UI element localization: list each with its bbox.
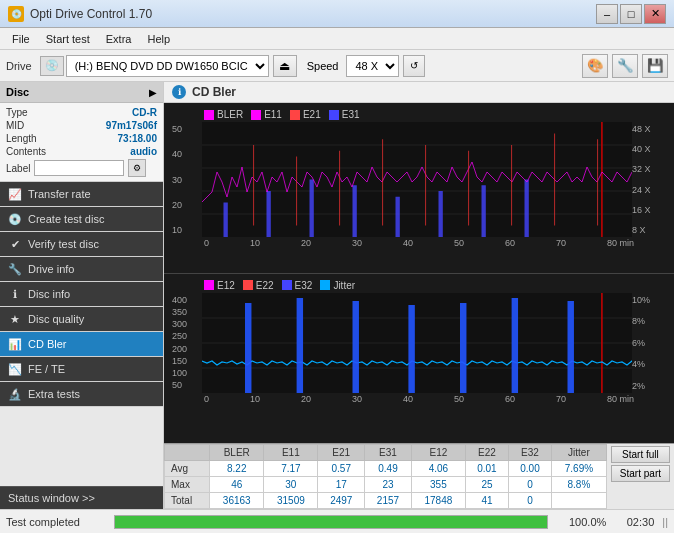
status-text: Test completed [6, 516, 106, 528]
bx-60: 60 [505, 394, 515, 404]
legend-e11-color [251, 110, 261, 120]
settings-button[interactable]: 🎨 [582, 54, 608, 78]
total-bler: 36163 [210, 493, 264, 509]
disc-info-icon: ℹ [8, 287, 22, 301]
sidebar-item-drive-info[interactable]: 🔧 Drive info [0, 257, 163, 282]
max-e22: 25 [465, 477, 508, 493]
sidebar-item-disc-info[interactable]: ℹ Disc info [0, 282, 163, 307]
drive-select[interactable]: (H:) BENQ DVD DD DW1650 BCIC [66, 55, 269, 77]
sidebar-item-create-test-disc[interactable]: 💿 Create test disc [0, 207, 163, 232]
sidebar-item-cd-bler[interactable]: 📊 CD Bler [0, 332, 163, 357]
nav-label-disc-info: Disc info [28, 288, 70, 300]
y-label-30: 30 [172, 175, 202, 185]
x-0: 0 [204, 238, 209, 248]
stats-container: BLER E11 E21 E31 E12 E22 E32 Jitter Avg [164, 444, 674, 509]
legend-bler-label: BLER [217, 109, 243, 120]
label-settings-button[interactable]: ⚙ [128, 159, 146, 177]
menu-extra[interactable]: Extra [98, 31, 140, 47]
svg-rect-29 [297, 298, 303, 393]
bx-80-min: 80 min [607, 394, 634, 404]
total-e32: 0 [508, 493, 551, 509]
col-header-empty [165, 445, 210, 461]
stats-row-avg: Avg 8.22 7.17 0.57 0.49 4.06 0.01 0.00 7… [165, 461, 607, 477]
nav-label-cd-bler: CD Bler [28, 338, 67, 350]
y-right-32x: 32 X [632, 164, 666, 174]
legend-e21: E21 [290, 109, 321, 120]
menu-file[interactable]: File [4, 31, 38, 47]
label-input[interactable] [34, 160, 124, 176]
label-label: Label [6, 163, 30, 174]
verify-test-disc-icon: ✔ [8, 237, 22, 251]
total-e21: 2497 [318, 493, 365, 509]
contents-label: Contents [6, 146, 46, 157]
save-button[interactable]: 💾 [642, 54, 668, 78]
nav-label-drive-info: Drive info [28, 263, 74, 275]
close-button[interactable]: ✕ [644, 4, 666, 24]
speed-label: Speed [307, 60, 339, 72]
status-time: 02:30 [614, 516, 654, 528]
maximize-button[interactable]: □ [620, 4, 642, 24]
y-b-right-10: 10% [632, 295, 666, 305]
info-button[interactable]: 🔧 [612, 54, 638, 78]
chart-title: CD Bler [192, 85, 236, 99]
legend-e22-label: E22 [256, 280, 274, 291]
progress-bar [114, 515, 548, 529]
top-chart-container: BLER E11 E21 E31 5 [164, 103, 674, 273]
y-b-50: 50 [172, 380, 202, 390]
nav-label-disc-quality: Disc quality [28, 313, 84, 325]
y-b-250: 250 [172, 331, 202, 341]
sidebar-item-disc-quality[interactable]: ★ Disc quality [0, 307, 163, 332]
start-part-button[interactable]: Start part [611, 465, 670, 482]
contents-value: audio [130, 146, 157, 157]
y-label-20: 20 [172, 200, 202, 210]
y-right-48x: 48 X [632, 124, 666, 134]
mid-value: 97m17s06f [106, 120, 157, 131]
avg-e11: 7.17 [264, 461, 318, 477]
y-b-right-4: 4% [632, 359, 666, 369]
progress-bar-fill [115, 516, 547, 528]
sidebar-item-fe-te[interactable]: 📉 FE / TE [0, 357, 163, 382]
y-label-50: 50 [172, 124, 202, 134]
disc-arrow[interactable]: ▶ [149, 87, 157, 98]
menu-start-test[interactable]: Start test [38, 31, 98, 47]
svg-rect-8 [310, 180, 314, 238]
total-e12: 17848 [411, 493, 465, 509]
speed-select[interactable]: 48 X [346, 55, 399, 77]
svg-rect-33 [512, 298, 518, 393]
max-e11: 30 [264, 477, 318, 493]
avg-e31: 0.49 [365, 461, 412, 477]
avg-e12: 4.06 [411, 461, 465, 477]
app-icon: 💿 [8, 6, 24, 22]
create-test-disc-icon: 💿 [8, 212, 22, 226]
max-e12: 355 [411, 477, 465, 493]
legend-e32: E32 [282, 280, 313, 291]
refresh-button[interactable]: ↺ [403, 55, 425, 77]
legend-e32-color [282, 280, 292, 290]
legend-e21-color [290, 110, 300, 120]
stats-area: BLER E11 E21 E31 E12 E22 E32 Jitter Avg [164, 443, 674, 509]
col-header-e12: E12 [411, 445, 465, 461]
y-label-10: 10 [172, 225, 202, 235]
type-value: CD-R [132, 107, 157, 118]
status-window-button[interactable]: Status window >> [0, 486, 163, 509]
nav-label-verify-test-disc: Verify test disc [28, 238, 99, 250]
menu-help[interactable]: Help [139, 31, 178, 47]
sidebar-item-verify-test-disc[interactable]: ✔ Verify test disc [0, 232, 163, 257]
legend-jitter-label: Jitter [333, 280, 355, 291]
y-b-right-6: 6% [632, 338, 666, 348]
sidebar-item-extra-tests[interactable]: 🔬 Extra tests [0, 382, 163, 407]
eject-button[interactable]: ⏏ [273, 55, 297, 77]
svg-rect-7 [267, 191, 271, 237]
nav-label-transfer-rate: Transfer rate [28, 188, 91, 200]
max-e21: 17 [318, 477, 365, 493]
stats-table: BLER E11 E21 E31 E12 E22 E32 Jitter Avg [164, 444, 607, 509]
col-header-e31: E31 [365, 445, 412, 461]
legend-jitter: Jitter [320, 280, 355, 291]
stats-row-max: Max 46 30 17 23 355 25 0 8.8% [165, 477, 607, 493]
legend-e12: E12 [204, 280, 235, 291]
minimize-button[interactable]: – [596, 4, 618, 24]
mid-label: MID [6, 120, 24, 131]
start-full-button[interactable]: Start full [611, 446, 670, 463]
sidebar-item-transfer-rate[interactable]: 📈 Transfer rate [0, 182, 163, 207]
legend-e11: E11 [251, 109, 282, 120]
